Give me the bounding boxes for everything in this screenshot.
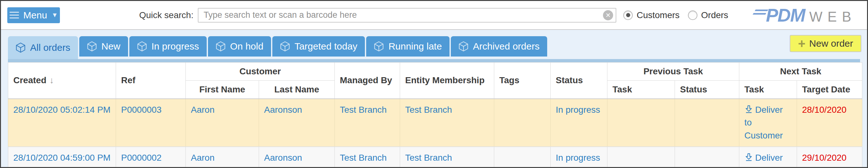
column-header-last-name[interactable]: Last Name [259,81,335,99]
cube-icon [87,41,97,52]
hamburger-icon [9,12,19,19]
tab-label: Archived orders [473,41,539,52]
tab-label: Targeted today [294,41,357,52]
quick-search-group: Quick search: ✕ Customers Orders [139,8,728,23]
orders-table-zone: Created↓ Ref Customer Managed By Entity … [8,59,860,168]
download-icon [744,152,753,162]
sort-desc-icon: ↓ [50,75,54,85]
cell-target-date: 29/10/2020 [797,147,862,168]
top-bar: Menu ▼ Quick search: ✕ Customers Orders [1,1,867,30]
column-header-created[interactable]: Created↓ [8,62,116,99]
cell-next-task[interactable]: Deliver to Customer [739,147,797,168]
cell-status[interactable]: In progress [551,99,608,147]
order-row[interactable]: 28/10/2020 04:59:00 PM P0000002 Aaron Aa… [8,147,862,168]
search-input-wrap: ✕ [198,8,616,23]
tab-archived-orders[interactable]: Archived orders [451,36,547,57]
column-group-previous-task: Previous Task [608,62,739,81]
cube-icon [280,41,290,52]
cell-next-task[interactable]: Deliver to Customer [739,99,797,147]
cell-managed-by[interactable]: Test Branch [335,99,400,147]
cell-prev-task [608,147,675,168]
app-window: Menu ▼ Quick search: ✕ Customers Orders [0,0,868,168]
cell-ref[interactable]: P0000002 [116,147,186,168]
chevron-down-icon: ▼ [52,11,58,19]
radio-customers[interactable]: Customers [623,10,679,20]
column-header-entity-membership[interactable]: Entity Membership [400,62,494,99]
column-header-prev-task[interactable]: Task [608,81,675,99]
radio-unselected-icon [688,10,698,20]
tab-in-progress[interactable]: In progress [129,36,207,57]
column-group-next-task: Next Task [739,62,862,81]
cube-icon [458,41,469,52]
column-group-customer: Customer [186,62,335,81]
cube-icon [216,41,226,52]
radio-customers-label: Customers [637,10,679,20]
order-row[interactable]: 28/10/2020 05:02:14 PM P0000003 Aaron Aa… [8,99,862,147]
tab-label: On hold [230,41,264,52]
column-header-tags[interactable]: Tags [494,62,551,99]
new-order-button[interactable]: + New order [790,35,861,52]
tab-label: New [101,41,121,52]
cell-entity-membership[interactable]: Test Branch [400,147,494,168]
cube-icon [374,41,384,52]
logo-web-text: WEB [809,9,856,25]
order-filter-tabs: All orders New In progress On hold Targe… [1,30,867,59]
tab-new[interactable]: New [79,36,128,57]
cell-prev-status [675,147,739,168]
plus-icon: + [798,37,805,50]
column-header-managed-by[interactable]: Managed By [335,62,400,99]
tab-all-orders[interactable]: All orders [8,36,78,59]
radio-selected-icon [623,10,633,20]
pdm-web-logo: PDM WEB [755,4,856,26]
cube-icon [137,41,147,52]
search-scope-radios: Customers Orders [623,10,728,20]
radio-orders[interactable]: Orders [688,10,728,20]
cell-tags [494,99,551,147]
logo-pdm-text: PDM [755,4,805,26]
clear-search-icon[interactable]: ✕ [603,10,613,20]
cell-created[interactable]: 28/10/2020 04:59:00 PM [8,147,116,168]
menu-button[interactable]: Menu ▼ [7,7,60,23]
cell-status[interactable]: In progress [551,147,608,168]
cell-target-date: 28/10/2020 [797,99,862,147]
new-order-label: New order [809,38,853,49]
tab-label: All orders [30,42,70,53]
cell-created[interactable]: 28/10/2020 05:02:14 PM [8,99,116,147]
quick-search-input[interactable] [198,8,616,23]
column-header-ref[interactable]: Ref [116,62,186,99]
column-header-target-date[interactable]: Target Date [797,81,862,99]
cell-prev-task [608,99,675,147]
column-header-next-task[interactable]: Task [739,81,797,99]
tab-label: In progress [152,41,199,52]
cell-last-name[interactable]: Aaronson [259,99,335,147]
column-header-status[interactable]: Status [551,62,608,99]
quick-search-label: Quick search: [139,10,193,20]
tab-label: Running late [389,41,442,52]
column-header-first-name[interactable]: First Name [186,81,259,99]
radio-orders-label: Orders [701,10,728,20]
cube-icon [16,43,26,53]
column-header-prev-status[interactable]: Status [675,81,739,99]
cell-first-name[interactable]: Aaron [186,147,259,168]
cell-ref[interactable]: P0000003 [116,99,186,147]
cell-last-name[interactable]: Aaronson [259,147,335,168]
tab-targeted-today[interactable]: Targeted today [272,36,365,57]
cell-entity-membership[interactable]: Test Branch [400,99,494,147]
cell-tags [494,147,551,168]
orders-table: Created↓ Ref Customer Managed By Entity … [8,62,862,168]
tab-on-hold[interactable]: On hold [208,36,271,57]
download-icon [744,105,753,114]
cell-prev-status [675,99,739,147]
cell-first-name[interactable]: Aaron [186,99,259,147]
tab-running-late[interactable]: Running late [366,36,449,57]
menu-button-label: Menu [24,10,47,21]
cell-managed-by[interactable]: Test Branch [335,147,400,168]
